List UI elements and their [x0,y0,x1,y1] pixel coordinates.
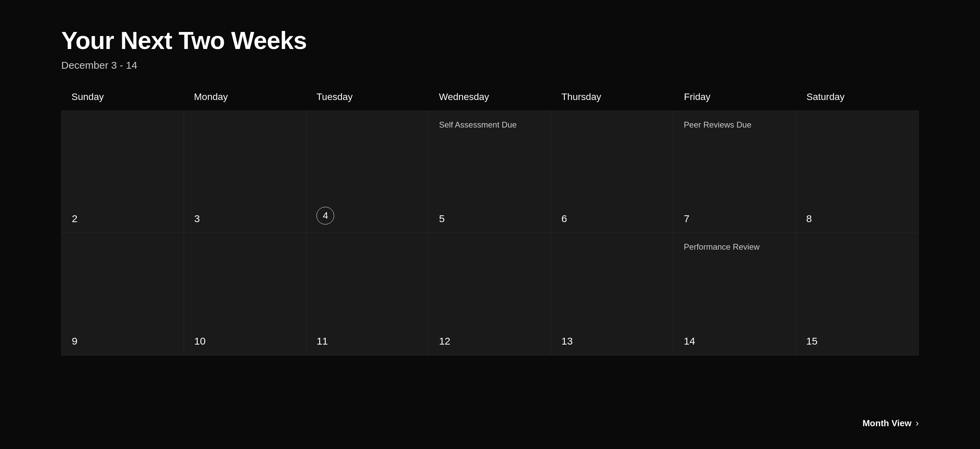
calendar-cell: Self Assessment Due5 [429,111,551,233]
calendar-cell: Peer Reviews Due7 [674,111,796,233]
day-header-sunday: Sunday [61,92,184,111]
cell-date: 10 [194,335,296,347]
calendar-cell: 2 [62,111,184,233]
calendar-cell: 4 [306,111,429,233]
page-title: Your Next Two Weeks [61,27,919,54]
cell-date: 8 [806,213,908,224]
calendar-cell: 6 [551,111,674,233]
calendar-cell: 8 [796,111,918,233]
cell-date: 2 [72,213,173,224]
cell-date: 5 [439,213,541,224]
day-header-friday: Friday [674,92,796,111]
calendar-grid: 234Self Assessment Due56Peer Reviews Due… [61,111,919,355]
date-range: December 3 - 14 [61,60,919,71]
calendar-cell: 9 [62,233,184,355]
cell-date: 3 [194,213,296,224]
cell-date: 15 [806,335,908,347]
calendar-cell: 15 [796,233,918,355]
month-view-label: Month View [862,418,912,428]
cell-date: 11 [317,335,418,347]
month-view-button[interactable]: Month View › [862,418,919,428]
calendar-cell: Performance Review14 [674,233,796,355]
day-header-thursday: Thursday [551,92,674,111]
cell-event: Peer Reviews Due [684,119,786,131]
footer: Month View › [61,404,919,428]
calendar-cell: 11 [306,233,429,355]
calendar-cell: 10 [184,233,307,355]
day-header-wednesday: Wednesday [429,92,551,111]
day-header-tuesday: Tuesday [306,92,429,111]
day-header-monday: Monday [184,92,306,111]
cell-date: 7 [684,213,786,224]
calendar-header: SundayMondayTuesdayWednesdayThursdayFrid… [61,92,919,111]
cell-date: 9 [72,335,173,347]
chevron-right-icon: › [916,418,919,428]
calendar-cell: 13 [551,233,674,355]
calendar-cell: 3 [184,111,307,233]
cell-date: 14 [684,335,786,347]
cell-date: 13 [562,335,663,347]
cell-date: 12 [439,335,541,347]
page-header: Your Next Two Weeks December 3 - 14 [61,27,919,71]
calendar-container: SundayMondayTuesdayWednesdayThursdayFrid… [61,92,919,404]
cell-date: 4 [317,207,334,224]
cell-date: 6 [562,213,663,224]
day-header-saturday: Saturday [796,92,919,111]
calendar-cell: 12 [429,233,551,355]
cell-event: Performance Review [684,241,786,253]
cell-event: Self Assessment Due [439,119,541,131]
